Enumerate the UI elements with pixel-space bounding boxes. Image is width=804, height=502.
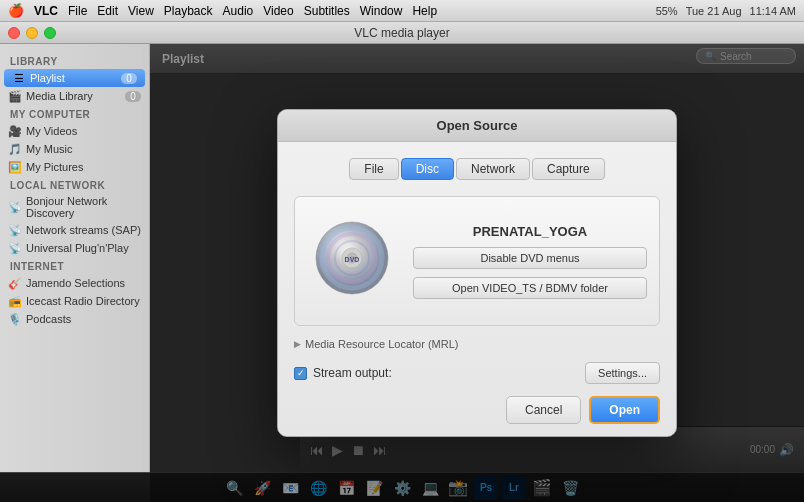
open-folder-button[interactable]: Open VIDEO_TS / BDMV folder xyxy=(413,277,647,299)
action-buttons: Cancel Open xyxy=(294,396,660,424)
jamendo-icon: 🎸 xyxy=(8,276,22,290)
svg-text:DVD: DVD xyxy=(345,256,360,263)
modal-title: Open Source xyxy=(278,110,676,142)
sidebar-label-jamendo: Jamendo Selections xyxy=(26,277,141,289)
computer-section-title: MY COMPUTER xyxy=(0,105,149,122)
battery-status: 55% xyxy=(656,5,678,17)
app-container: 🍎 VLC File Edit View Playback Audio Vide… xyxy=(0,0,804,502)
local-network-section-title: LOCAL NETWORK xyxy=(0,176,149,193)
sidebar-item-sap[interactable]: 📡 Network streams (SAP) xyxy=(0,221,149,239)
content-area: Playlist 🔍 Search Open Source File Disc … xyxy=(150,44,804,502)
sidebar-label-media-library: Media Library xyxy=(26,90,121,102)
playlist-icon: ☰ xyxy=(12,71,26,85)
disc-info: PRENATAL_YOGA Disable DVD menus Open VID… xyxy=(413,213,647,309)
time-display: 11:14 AM xyxy=(750,5,796,17)
sidebar-item-icecast[interactable]: 📻 Icecast Radio Directory xyxy=(0,292,149,310)
tab-disc[interactable]: Disc xyxy=(401,158,454,180)
sidebar-item-my-videos[interactable]: 🎥 My Videos xyxy=(0,122,149,140)
menu-view[interactable]: View xyxy=(128,4,154,18)
dvd-disc-svg: DVD xyxy=(312,218,392,298)
disable-dvd-menus-button[interactable]: Disable DVD menus xyxy=(413,247,647,269)
sidebar-item-playlist[interactable]: ☰ Playlist 0 xyxy=(4,69,145,87)
mrl-section: ▶ Media Resource Locator (MRL) xyxy=(294,334,660,354)
menu-file[interactable]: File xyxy=(68,4,87,18)
sidebar-label-my-pictures: My Pictures xyxy=(26,161,141,173)
internet-section-title: INTERNET xyxy=(0,257,149,274)
app-body: LIBRARY ☰ Playlist 0 🎬 Media Library 0 M… xyxy=(0,44,804,502)
media-library-icon: 🎬 xyxy=(8,89,22,103)
media-library-badge: 0 xyxy=(125,91,141,102)
app-menu-vlc[interactable]: VLC xyxy=(34,4,58,18)
music-icon: 🎵 xyxy=(8,142,22,156)
modal-overlay: Open Source File Disc Network Capture xyxy=(150,44,804,502)
sidebar-item-my-music[interactable]: 🎵 My Music xyxy=(0,140,149,158)
menu-bar-left: 🍎 VLC File Edit View Playback Audio Vide… xyxy=(8,3,437,18)
mrl-arrow-icon: ▶ xyxy=(294,339,301,349)
videos-icon: 🎥 xyxy=(8,124,22,138)
sap-icon: 📡 xyxy=(8,223,22,237)
sidebar-label-playlist: Playlist xyxy=(30,72,117,84)
sidebar-item-podcasts[interactable]: 🎙️ Podcasts xyxy=(0,310,149,328)
open-source-dialog: Open Source File Disc Network Capture xyxy=(277,109,677,437)
minimize-button[interactable] xyxy=(26,27,38,39)
sidebar-item-my-pictures[interactable]: 🖼️ My Pictures xyxy=(0,158,149,176)
menu-help[interactable]: Help xyxy=(412,4,437,18)
stream-left: ✓ Stream output: xyxy=(294,366,392,380)
apple-menu[interactable]: 🍎 xyxy=(8,3,24,18)
sidebar-item-jamendo[interactable]: 🎸 Jamendo Selections xyxy=(0,274,149,292)
sidebar-label-my-videos: My Videos xyxy=(26,125,141,137)
title-bar: VLC media player xyxy=(0,22,804,44)
disc-image: DVD xyxy=(307,213,397,303)
upnp-icon: 📡 xyxy=(8,241,22,255)
tab-capture[interactable]: Capture xyxy=(532,158,605,180)
maximize-button[interactable] xyxy=(44,27,56,39)
bonjour-icon: 📡 xyxy=(8,200,22,214)
sidebar-label-my-music: My Music xyxy=(26,143,141,155)
pictures-icon: 🖼️ xyxy=(8,160,22,174)
sidebar-label-upnp: Universal Plug'n'Play xyxy=(26,242,141,254)
podcasts-icon: 🎙️ xyxy=(8,312,22,326)
sidebar-item-upnp[interactable]: 📡 Universal Plug'n'Play xyxy=(0,239,149,257)
sidebar-label-icecast: Icecast Radio Directory xyxy=(26,295,141,307)
stream-output-label: Stream output: xyxy=(313,366,392,380)
open-button[interactable]: Open xyxy=(589,396,660,424)
menu-playback[interactable]: Playback xyxy=(164,4,213,18)
sidebar-item-media-library[interactable]: 🎬 Media Library 0 xyxy=(0,87,149,105)
sidebar-label-sap: Network streams (SAP) xyxy=(26,224,141,236)
mrl-text: Media Resource Locator (MRL) xyxy=(305,338,458,350)
stream-output-row: ✓ Stream output: Settings... xyxy=(294,362,660,384)
icecast-icon: 📻 xyxy=(8,294,22,308)
menu-window[interactable]: Window xyxy=(360,4,403,18)
close-button[interactable] xyxy=(8,27,20,39)
playlist-badge: 0 xyxy=(121,73,137,84)
stream-output-checkbox[interactable]: ✓ xyxy=(294,367,307,380)
disc-name: PRENATAL_YOGA xyxy=(413,224,647,239)
menu-edit[interactable]: Edit xyxy=(97,4,118,18)
library-section-title: LIBRARY xyxy=(0,52,149,69)
sidebar-label-bonjour: Bonjour Network Discovery xyxy=(26,195,141,219)
mrl-label: ▶ Media Resource Locator (MRL) xyxy=(294,338,660,350)
menu-audio[interactable]: Audio xyxy=(223,4,254,18)
menu-bar-right: 55% Tue 21 Aug 11:14 AM xyxy=(656,5,796,17)
tab-network[interactable]: Network xyxy=(456,158,530,180)
tab-file[interactable]: File xyxy=(349,158,398,180)
modal-body: File Disc Network Capture xyxy=(278,142,676,436)
disc-panel: DVD PRENATAL_YOGA Disable DVD menus Open… xyxy=(294,196,660,326)
window-title: VLC media player xyxy=(354,26,449,40)
sidebar-label-podcasts: Podcasts xyxy=(26,313,141,325)
menu-subtitles[interactable]: Subtitles xyxy=(304,4,350,18)
tabs-bar: File Disc Network Capture xyxy=(294,154,660,184)
cancel-button[interactable]: Cancel xyxy=(506,396,581,424)
menu-video[interactable]: Video xyxy=(263,4,293,18)
window-controls xyxy=(8,27,56,39)
settings-button[interactable]: Settings... xyxy=(585,362,660,384)
sidebar: LIBRARY ☰ Playlist 0 🎬 Media Library 0 M… xyxy=(0,44,150,502)
date-display: Tue 21 Aug xyxy=(686,5,742,17)
menu-bar: 🍎 VLC File Edit View Playback Audio Vide… xyxy=(0,0,804,22)
sidebar-item-bonjour[interactable]: 📡 Bonjour Network Discovery xyxy=(0,193,149,221)
